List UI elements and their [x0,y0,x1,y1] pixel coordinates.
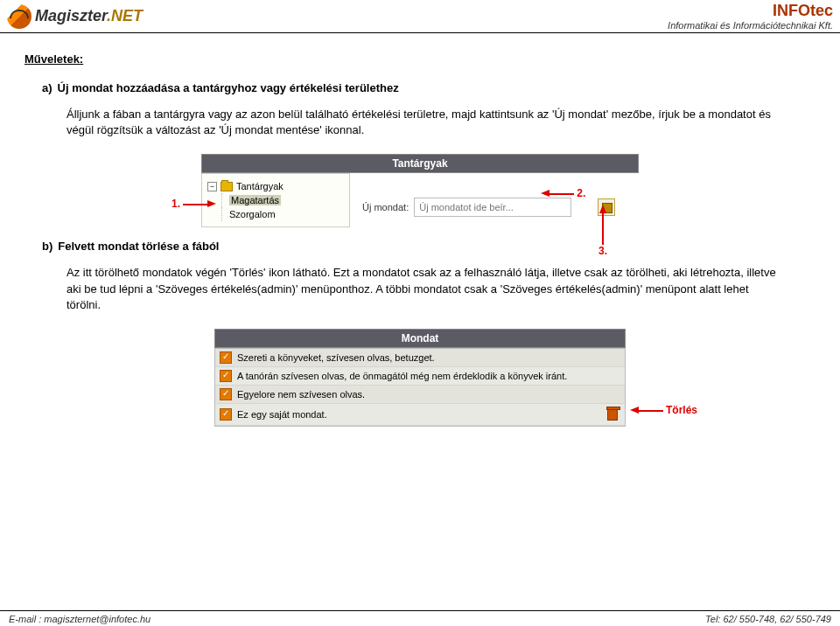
collapse-icon[interactable]: − [207,182,217,191]
check-icon[interactable] [220,388,232,400]
section-b-paragraph: Az itt törölhető mondatok végén 'Törlés'… [66,265,784,313]
figure-2: Mondat Szereti a könyveket, szívesen olv… [214,329,626,427]
footer-tel: Tel: 62/ 550-748, 62/ 550-749 [705,614,831,624]
delete-label: Törlés [666,404,697,416]
page-title: Műveletek: [24,52,816,66]
new-sentence-form: Új mondat: [357,173,639,222]
section-a-paragraph: Álljunk a fában a tantárgyra vagy az azo… [66,107,784,138]
logo-ext: .NET [107,7,143,24]
sentence-text: Ez egy saját mondat. [237,409,327,420]
annotation-delete: Törlés [630,404,697,416]
figure-1: Tantárgyak − Tantárgyak Magatartás Szorg… [201,154,639,227]
company-name: INFOtec [668,2,833,20]
trash-icon [607,408,618,421]
folder-icon [220,182,233,191]
list-item[interactable]: Szereti a könyveket, szívesen olvas, bet… [215,349,625,367]
tree-item-selected: Magatartás [229,195,281,205]
logo-icon [7,4,32,29]
logo-text: Magiszter.NET [35,7,143,25]
fig1-panel-title: Tantárgyak [201,154,639,173]
section-b-label: b) [42,240,52,253]
list-item[interactable]: A tanórán szívesen olvas, de önmagától m… [215,367,625,386]
content: Műveletek: a) Új mondat hozzáadása a tan… [0,33,840,446]
annotation-3: 3. [598,205,607,257]
page-header: Magiszter.NET INFOtec Informatikai és In… [0,0,840,33]
check-icon[interactable] [220,351,232,364]
list-item[interactable]: Egyelore nem szívesen olvas. [215,386,625,404]
section-b-header: b) Felvett mondat törlése a fából [42,240,816,253]
sentence-list: Szereti a könyveket, szívesen olvas, bet… [214,348,626,427]
page-footer: E-mail : magiszternet@infotec.hu Tel: 62… [0,610,840,626]
section-a-heading: Új mondat hozzáadása a tantárgyhoz vagy … [58,81,399,94]
delete-button[interactable] [605,407,620,422]
footer-email: E-mail : magiszternet@infotec.hu [9,614,150,624]
subject-tree: − Tantárgyak Magatartás Szorgalom [201,173,350,227]
field-label: Új mondat: [362,202,409,212]
sentence-text: Szereti a könyveket, szívesen olvas, bet… [237,352,435,363]
section-a-header: a) Új mondat hozzáadása a tantárgyhoz va… [42,81,816,94]
logo-left: Magiszter.NET [7,4,143,29]
tree-root[interactable]: − Tantárgyak [207,179,344,193]
check-icon[interactable] [220,408,232,421]
tree-item[interactable]: Szorgalom [221,207,344,221]
tree-item[interactable]: Magatartás [221,193,344,207]
list-item[interactable]: Ez egy saját mondat. [215,404,625,426]
sentence-text: Egyelore nem szívesen olvas. [237,389,365,400]
sentence-text: A tanórán szívesen olvas, de önmagától m… [237,371,567,381]
company-block: INFOtec Informatikai és Információtechni… [668,2,833,31]
annotation-1: 1. [172,198,216,210]
check-icon[interactable] [220,370,232,382]
company-sub: Informatikai és Információtechnikai Kft. [668,20,833,31]
annotation-2: 2. [541,187,585,199]
section-b-heading: Felvett mondat törlése a fából [58,240,219,253]
section-a-label: a) [42,81,52,94]
logo-main: Magiszter [35,7,107,24]
new-sentence-input[interactable] [414,198,571,217]
tree-root-label: Tantárgyak [236,181,284,191]
tree-item-label: Szorgalom [229,209,276,219]
fig2-panel-title: Mondat [214,329,626,348]
